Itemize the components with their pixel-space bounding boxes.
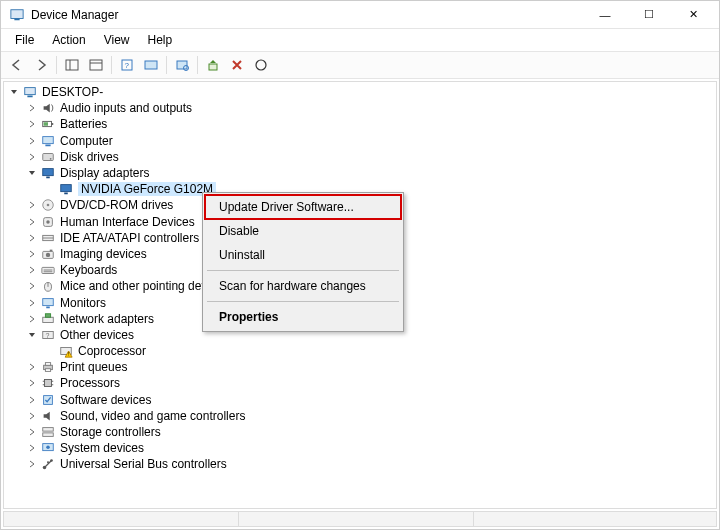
- context-menu-item[interactable]: Properties: [205, 305, 401, 329]
- tree-item-label: NVIDIA GeForce G102M: [78, 182, 216, 196]
- show-hide-tree-button[interactable]: [61, 54, 83, 76]
- disable-button[interactable]: [250, 54, 272, 76]
- svg-rect-50: [45, 369, 50, 372]
- sound-icon: [40, 408, 56, 424]
- expand-arrow-icon[interactable]: [26, 410, 38, 422]
- svg-rect-8: [145, 61, 157, 69]
- tree-category[interactable]: Computer: [4, 133, 716, 149]
- menu-file[interactable]: File: [7, 31, 42, 49]
- properties-button[interactable]: [85, 54, 107, 76]
- forward-button[interactable]: [30, 54, 52, 76]
- context-menu-item[interactable]: Disable: [205, 219, 401, 243]
- svg-rect-49: [45, 363, 50, 366]
- tree-item-label: IDE ATA/ATAPI controllers: [60, 231, 199, 245]
- audio-icon: [40, 100, 56, 116]
- context-menu-item[interactable]: Scan for hardware changes: [205, 274, 401, 298]
- tree-category[interactable]: Universal Serial Bus controllers: [4, 456, 716, 472]
- display-icon: [40, 165, 56, 181]
- svg-point-21: [50, 158, 52, 160]
- tree-item-label: Imaging devices: [60, 247, 147, 261]
- tree-category[interactable]: Storage controllers: [4, 424, 716, 440]
- menu-help[interactable]: Help: [140, 31, 181, 49]
- titlebar: Device Manager — ☐ ✕: [1, 1, 719, 29]
- menu-view[interactable]: View: [96, 31, 138, 49]
- close-button[interactable]: ✕: [671, 1, 715, 29]
- expand-arrow-icon[interactable]: [26, 151, 38, 163]
- expand-arrow-icon[interactable]: [26, 329, 38, 341]
- tree-category[interactable]: Software devices: [4, 392, 716, 408]
- tree-item-label: Coprocessor: [78, 344, 146, 358]
- expand-arrow-icon[interactable]: [26, 297, 38, 309]
- tree-category[interactable]: Display adapters: [4, 165, 716, 181]
- svg-rect-13: [25, 88, 36, 95]
- expand-arrow-icon[interactable]: [26, 442, 38, 454]
- expand-arrow-icon[interactable]: [26, 264, 38, 276]
- svg-rect-57: [43, 428, 54, 432]
- software-icon: [40, 392, 56, 408]
- back-button[interactable]: [6, 54, 28, 76]
- expand-arrow-icon: [44, 345, 56, 357]
- window-title: Device Manager: [31, 8, 118, 22]
- context-menu: Update Driver Software...DisableUninstal…: [202, 192, 404, 332]
- tree-item-label: Human Interface Devices: [60, 215, 195, 229]
- expand-arrow-icon[interactable]: [26, 102, 38, 114]
- expand-arrow-icon[interactable]: [26, 248, 38, 260]
- uninstall-button[interactable]: [226, 54, 248, 76]
- expand-arrow-icon[interactable]: [26, 232, 38, 244]
- svg-point-29: [46, 220, 50, 224]
- expand-arrow-icon[interactable]: [26, 426, 38, 438]
- expand-arrow-icon[interactable]: [26, 313, 38, 325]
- minimize-button[interactable]: —: [583, 1, 627, 29]
- expand-arrow-icon[interactable]: [26, 377, 38, 389]
- keyboard-icon: [40, 262, 56, 278]
- svg-rect-11: [209, 64, 217, 70]
- maximize-button[interactable]: ☐: [627, 1, 671, 29]
- svg-rect-25: [64, 193, 68, 195]
- context-menu-separator: [207, 301, 399, 302]
- tree-category[interactable]: Disk drives: [4, 149, 716, 165]
- update-driver-button[interactable]: [202, 54, 224, 76]
- tree-category[interactable]: Print queues: [4, 359, 716, 375]
- svg-rect-18: [43, 136, 54, 143]
- expand-arrow-icon[interactable]: [8, 86, 20, 98]
- scan-hardware-button[interactable]: [171, 54, 193, 76]
- svg-rect-42: [43, 317, 54, 322]
- view-devices-button[interactable]: [140, 54, 162, 76]
- context-menu-item[interactable]: Update Driver Software...: [205, 195, 401, 219]
- context-menu-item[interactable]: Uninstall: [205, 243, 401, 267]
- tree-category[interactable]: Batteries: [4, 116, 716, 132]
- svg-rect-16: [52, 124, 54, 126]
- ide-icon: [40, 230, 56, 246]
- tree-item-label: Network adapters: [60, 312, 154, 326]
- svg-rect-2: [66, 60, 78, 70]
- expand-arrow-icon[interactable]: [26, 458, 38, 470]
- tree-category[interactable]: System devices: [4, 440, 716, 456]
- expand-arrow-icon[interactable]: [26, 135, 38, 147]
- expand-arrow-icon[interactable]: [26, 361, 38, 373]
- svg-rect-20: [43, 153, 54, 160]
- tree-category[interactable]: Sound, video and game controllers: [4, 408, 716, 424]
- help-button[interactable]: ?: [116, 54, 138, 76]
- expand-arrow-icon[interactable]: [26, 167, 38, 179]
- tree-item-label: Audio inputs and outputs: [60, 101, 192, 115]
- svg-text:?: ?: [125, 61, 130, 70]
- tree-category[interactable]: Audio inputs and outputs: [4, 100, 716, 116]
- svg-text:!: !: [68, 351, 69, 357]
- expand-arrow-icon[interactable]: [26, 199, 38, 211]
- tree-device[interactable]: !Coprocessor: [4, 343, 716, 359]
- menubar: File Action View Help: [1, 29, 719, 51]
- menu-action[interactable]: Action: [44, 31, 93, 49]
- tree-category[interactable]: Processors: [4, 375, 716, 391]
- statusbar: [3, 511, 717, 527]
- expand-arrow-icon[interactable]: [26, 394, 38, 406]
- svg-rect-9: [177, 61, 187, 69]
- printer-icon: [40, 359, 56, 375]
- tree-item-label: DESKTOP-: [42, 85, 103, 99]
- svg-rect-14: [27, 96, 32, 98]
- expand-arrow-icon[interactable]: [26, 280, 38, 292]
- expand-arrow-icon[interactable]: [26, 118, 38, 130]
- tree-root[interactable]: DESKTOP-: [4, 84, 716, 100]
- imaging-icon: [40, 246, 56, 262]
- tree-item-label: Keyboards: [60, 263, 117, 277]
- expand-arrow-icon[interactable]: [26, 216, 38, 228]
